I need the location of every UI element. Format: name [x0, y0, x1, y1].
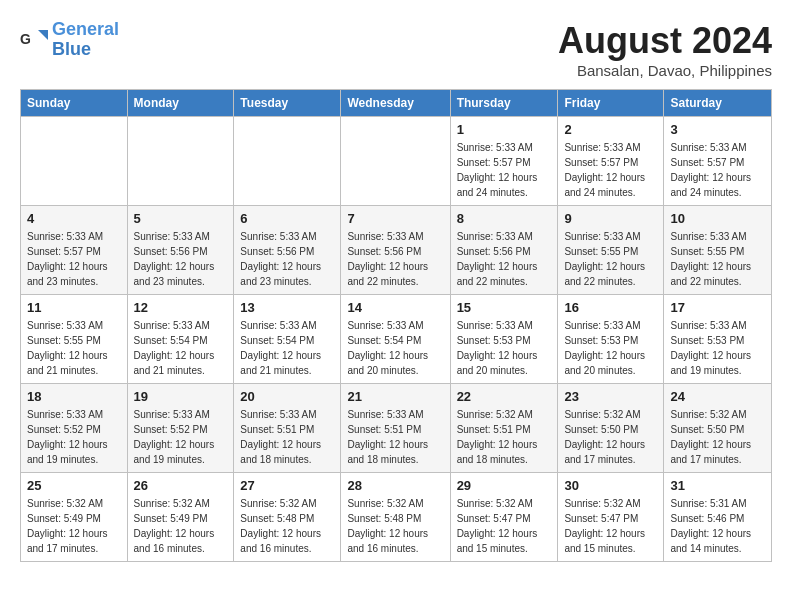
- day-number: 25: [27, 478, 121, 493]
- calendar-week-row: 11Sunrise: 5:33 AM Sunset: 5:55 PM Dayli…: [21, 295, 772, 384]
- calendar-cell: 1Sunrise: 5:33 AM Sunset: 5:57 PM Daylig…: [450, 117, 558, 206]
- logo-icon: G: [20, 26, 48, 54]
- calendar-cell: 6Sunrise: 5:33 AM Sunset: 5:56 PM Daylig…: [234, 206, 341, 295]
- calendar-cell: 20Sunrise: 5:33 AM Sunset: 5:51 PM Dayli…: [234, 384, 341, 473]
- day-number: 26: [134, 478, 228, 493]
- weekday-header: Monday: [127, 90, 234, 117]
- day-info: Sunrise: 5:33 AM Sunset: 5:53 PM Dayligh…: [670, 318, 765, 378]
- calendar-week-row: 25Sunrise: 5:32 AM Sunset: 5:49 PM Dayli…: [21, 473, 772, 562]
- day-number: 20: [240, 389, 334, 404]
- day-number: 30: [564, 478, 657, 493]
- weekday-header: Thursday: [450, 90, 558, 117]
- logo-text: General Blue: [52, 20, 119, 60]
- calendar-table: SundayMondayTuesdayWednesdayThursdayFrid…: [20, 89, 772, 562]
- day-number: 28: [347, 478, 443, 493]
- day-info: Sunrise: 5:32 AM Sunset: 5:50 PM Dayligh…: [564, 407, 657, 467]
- day-number: 13: [240, 300, 334, 315]
- calendar-cell: 22Sunrise: 5:32 AM Sunset: 5:51 PM Dayli…: [450, 384, 558, 473]
- day-number: 22: [457, 389, 552, 404]
- day-number: 18: [27, 389, 121, 404]
- calendar-cell: 10Sunrise: 5:33 AM Sunset: 5:55 PM Dayli…: [664, 206, 772, 295]
- day-info: Sunrise: 5:33 AM Sunset: 5:56 PM Dayligh…: [134, 229, 228, 289]
- day-info: Sunrise: 5:32 AM Sunset: 5:50 PM Dayligh…: [670, 407, 765, 467]
- day-number: 10: [670, 211, 765, 226]
- day-info: Sunrise: 5:33 AM Sunset: 5:57 PM Dayligh…: [564, 140, 657, 200]
- calendar-cell: 28Sunrise: 5:32 AM Sunset: 5:48 PM Dayli…: [341, 473, 450, 562]
- svg-marker-1: [38, 30, 48, 40]
- day-info: Sunrise: 5:32 AM Sunset: 5:48 PM Dayligh…: [347, 496, 443, 556]
- calendar-cell: 15Sunrise: 5:33 AM Sunset: 5:53 PM Dayli…: [450, 295, 558, 384]
- calendar-cell: 24Sunrise: 5:32 AM Sunset: 5:50 PM Dayli…: [664, 384, 772, 473]
- day-info: Sunrise: 5:33 AM Sunset: 5:54 PM Dayligh…: [134, 318, 228, 378]
- day-number: 31: [670, 478, 765, 493]
- calendar-cell: 21Sunrise: 5:33 AM Sunset: 5:51 PM Dayli…: [341, 384, 450, 473]
- svg-text:G: G: [20, 31, 31, 47]
- weekday-header: Tuesday: [234, 90, 341, 117]
- calendar-cell: 7Sunrise: 5:33 AM Sunset: 5:56 PM Daylig…: [341, 206, 450, 295]
- day-info: Sunrise: 5:33 AM Sunset: 5:51 PM Dayligh…: [347, 407, 443, 467]
- day-info: Sunrise: 5:33 AM Sunset: 5:56 PM Dayligh…: [457, 229, 552, 289]
- day-number: 1: [457, 122, 552, 137]
- calendar-cell: 19Sunrise: 5:33 AM Sunset: 5:52 PM Dayli…: [127, 384, 234, 473]
- day-number: 8: [457, 211, 552, 226]
- day-number: 14: [347, 300, 443, 315]
- day-info: Sunrise: 5:33 AM Sunset: 5:51 PM Dayligh…: [240, 407, 334, 467]
- day-info: Sunrise: 5:32 AM Sunset: 5:47 PM Dayligh…: [457, 496, 552, 556]
- day-info: Sunrise: 5:32 AM Sunset: 5:51 PM Dayligh…: [457, 407, 552, 467]
- day-info: Sunrise: 5:33 AM Sunset: 5:57 PM Dayligh…: [457, 140, 552, 200]
- calendar-cell: 13Sunrise: 5:33 AM Sunset: 5:54 PM Dayli…: [234, 295, 341, 384]
- weekday-header: Sunday: [21, 90, 128, 117]
- day-number: 29: [457, 478, 552, 493]
- location: Bansalan, Davao, Philippines: [558, 62, 772, 79]
- calendar-cell: 2Sunrise: 5:33 AM Sunset: 5:57 PM Daylig…: [558, 117, 664, 206]
- day-number: 15: [457, 300, 552, 315]
- calendar-cell: [341, 117, 450, 206]
- day-number: 3: [670, 122, 765, 137]
- calendar-week-row: 18Sunrise: 5:33 AM Sunset: 5:52 PM Dayli…: [21, 384, 772, 473]
- calendar-cell: 31Sunrise: 5:31 AM Sunset: 5:46 PM Dayli…: [664, 473, 772, 562]
- day-info: Sunrise: 5:32 AM Sunset: 5:48 PM Dayligh…: [240, 496, 334, 556]
- logo: G General Blue: [20, 20, 119, 60]
- weekday-header: Wednesday: [341, 90, 450, 117]
- day-info: Sunrise: 5:33 AM Sunset: 5:57 PM Dayligh…: [27, 229, 121, 289]
- day-info: Sunrise: 5:32 AM Sunset: 5:49 PM Dayligh…: [27, 496, 121, 556]
- calendar-cell: 26Sunrise: 5:32 AM Sunset: 5:49 PM Dayli…: [127, 473, 234, 562]
- calendar-cell: 30Sunrise: 5:32 AM Sunset: 5:47 PM Dayli…: [558, 473, 664, 562]
- title-block: August 2024 Bansalan, Davao, Philippines: [558, 20, 772, 79]
- calendar-cell: 16Sunrise: 5:33 AM Sunset: 5:53 PM Dayli…: [558, 295, 664, 384]
- day-info: Sunrise: 5:33 AM Sunset: 5:57 PM Dayligh…: [670, 140, 765, 200]
- page-header: G General Blue August 2024 Bansalan, Dav…: [20, 20, 772, 79]
- day-number: 11: [27, 300, 121, 315]
- day-info: Sunrise: 5:31 AM Sunset: 5:46 PM Dayligh…: [670, 496, 765, 556]
- logo-blue: Blue: [52, 39, 91, 59]
- calendar-cell: 9Sunrise: 5:33 AM Sunset: 5:55 PM Daylig…: [558, 206, 664, 295]
- weekday-header: Friday: [558, 90, 664, 117]
- day-info: Sunrise: 5:33 AM Sunset: 5:53 PM Dayligh…: [564, 318, 657, 378]
- calendar-body: 1Sunrise: 5:33 AM Sunset: 5:57 PM Daylig…: [21, 117, 772, 562]
- day-info: Sunrise: 5:33 AM Sunset: 5:55 PM Dayligh…: [670, 229, 765, 289]
- day-info: Sunrise: 5:33 AM Sunset: 5:55 PM Dayligh…: [27, 318, 121, 378]
- day-info: Sunrise: 5:33 AM Sunset: 5:55 PM Dayligh…: [564, 229, 657, 289]
- month-year: August 2024: [558, 20, 772, 62]
- day-number: 16: [564, 300, 657, 315]
- day-info: Sunrise: 5:33 AM Sunset: 5:54 PM Dayligh…: [240, 318, 334, 378]
- day-number: 6: [240, 211, 334, 226]
- calendar-cell: 17Sunrise: 5:33 AM Sunset: 5:53 PM Dayli…: [664, 295, 772, 384]
- day-info: Sunrise: 5:33 AM Sunset: 5:52 PM Dayligh…: [134, 407, 228, 467]
- day-number: 24: [670, 389, 765, 404]
- calendar-cell: 12Sunrise: 5:33 AM Sunset: 5:54 PM Dayli…: [127, 295, 234, 384]
- calendar-cell: 5Sunrise: 5:33 AM Sunset: 5:56 PM Daylig…: [127, 206, 234, 295]
- calendar-cell: [127, 117, 234, 206]
- calendar-header: SundayMondayTuesdayWednesdayThursdayFrid…: [21, 90, 772, 117]
- day-number: 7: [347, 211, 443, 226]
- day-info: Sunrise: 5:33 AM Sunset: 5:56 PM Dayligh…: [347, 229, 443, 289]
- calendar-week-row: 4Sunrise: 5:33 AM Sunset: 5:57 PM Daylig…: [21, 206, 772, 295]
- calendar-week-row: 1Sunrise: 5:33 AM Sunset: 5:57 PM Daylig…: [21, 117, 772, 206]
- day-number: 12: [134, 300, 228, 315]
- day-info: Sunrise: 5:33 AM Sunset: 5:54 PM Dayligh…: [347, 318, 443, 378]
- calendar-cell: 8Sunrise: 5:33 AM Sunset: 5:56 PM Daylig…: [450, 206, 558, 295]
- day-number: 2: [564, 122, 657, 137]
- calendar-cell: 11Sunrise: 5:33 AM Sunset: 5:55 PM Dayli…: [21, 295, 128, 384]
- calendar-cell: 29Sunrise: 5:32 AM Sunset: 5:47 PM Dayli…: [450, 473, 558, 562]
- day-number: 4: [27, 211, 121, 226]
